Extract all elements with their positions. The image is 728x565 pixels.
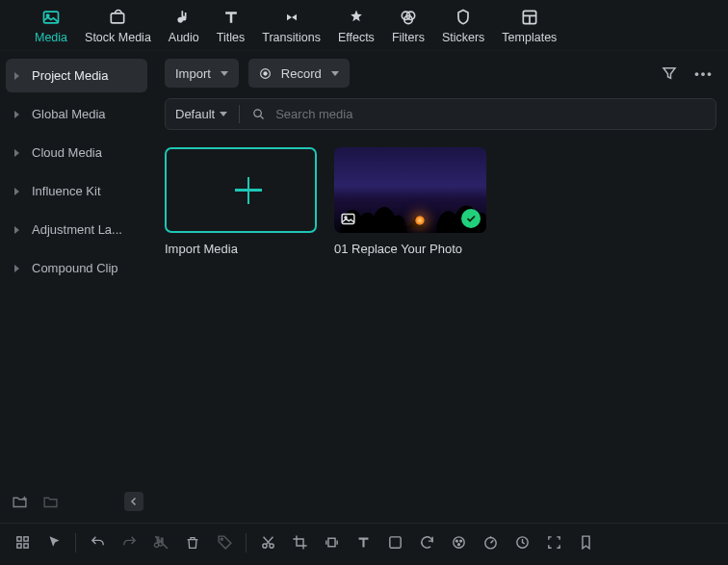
svg-point-9 (254, 110, 262, 117)
color-icon[interactable] (446, 529, 471, 556)
select-tool-icon[interactable] (41, 529, 66, 556)
svg-rect-19 (327, 538, 334, 547)
import-caption: Import Media (165, 242, 317, 256)
bottom-toolbar (0, 523, 728, 561)
sidebar-footer (6, 488, 147, 515)
transitions-icon (282, 8, 301, 27)
media-grid: Import Media 01 Replace Your Photo (165, 130, 716, 256)
svg-point-23 (459, 540, 461, 542)
search-icon (251, 107, 266, 121)
tab-transitions[interactable]: Transitions (262, 8, 321, 44)
content-toolbar: Import Record ••• (165, 59, 716, 88)
media-item-card[interactable]: 01 Replace Your Photo (334, 147, 486, 256)
titles-icon (221, 8, 241, 27)
chevron-down-icon (331, 71, 339, 76)
tab-filters[interactable]: Filters (392, 8, 425, 44)
record-button[interactable]: Record (248, 59, 350, 88)
svg-rect-20 (389, 537, 400, 548)
add-folder-icon[interactable] (10, 492, 29, 511)
svg-rect-10 (342, 215, 354, 224)
more-options-button[interactable]: ••• (691, 61, 716, 86)
tag-icon[interactable] (212, 529, 237, 556)
svg-point-8 (263, 71, 267, 75)
speed-icon[interactable] (478, 529, 503, 556)
svg-point-24 (457, 544, 459, 546)
filter-icon[interactable] (657, 61, 682, 86)
apps-icon[interactable] (10, 529, 35, 556)
templates-icon (520, 8, 539, 27)
cut-icon[interactable] (255, 529, 280, 556)
chevron-right-icon (14, 188, 19, 195)
svg-point-25 (484, 538, 495, 549)
sidebar-item-compound-clip[interactable]: Compound Clip (6, 251, 147, 285)
sidebar-item-global-media[interactable]: Global Media (6, 97, 147, 131)
tab-media[interactable]: Media (35, 8, 67, 44)
chevron-down-icon (221, 71, 228, 76)
audio-icon (174, 8, 194, 27)
import-media-card[interactable]: Import Media (165, 147, 317, 256)
search-bar: Default (165, 98, 716, 130)
tab-templates[interactable]: Templates (502, 8, 557, 44)
tab-titles[interactable]: Titles (217, 8, 245, 44)
undo-icon[interactable] (85, 529, 110, 556)
chevron-right-icon (14, 149, 19, 157)
media-caption: 01 Replace Your Photo (334, 242, 486, 256)
tab-stock-media[interactable]: Stock Media (85, 8, 151, 44)
filters-icon (399, 8, 418, 27)
sidebar: Project Media Global Media Cloud Media I… (0, 51, 153, 523)
delete-icon[interactable] (180, 529, 205, 556)
sidebar-item-project-media[interactable]: Project Media (6, 59, 147, 92)
rotate-icon[interactable] (414, 529, 439, 556)
content-panel: Import Record ••• Default (153, 51, 728, 523)
folder-icon[interactable] (40, 492, 60, 511)
mask-icon[interactable] (382, 529, 407, 556)
chevron-right-icon (14, 265, 19, 272)
keyframe-icon[interactable] (509, 529, 534, 556)
media-icon (41, 8, 61, 27)
cloud-icon (108, 8, 127, 27)
top-tabs: Media Stock Media Audio Titles Transitio… (0, 0, 728, 51)
svg-rect-2 (112, 13, 124, 23)
record-icon (259, 67, 272, 80)
redo-icon[interactable] (117, 529, 142, 556)
svg-rect-13 (23, 537, 27, 541)
sidebar-item-influence-kit[interactable]: Influence Kit (6, 174, 147, 208)
capture-icon[interactable] (541, 529, 566, 556)
collapse-sidebar-button[interactable] (124, 492, 143, 511)
search-input[interactable] (275, 107, 706, 121)
tab-stickers[interactable]: Stickers (442, 8, 484, 44)
svg-point-11 (345, 217, 347, 218)
tab-effects[interactable]: Effects (338, 8, 375, 44)
import-button[interactable]: Import (165, 59, 239, 88)
svg-point-16 (221, 538, 222, 540)
svg-rect-14 (16, 544, 20, 548)
import-thumbnail (165, 147, 317, 233)
chevron-right-icon (14, 111, 19, 118)
marker-icon[interactable] (573, 529, 598, 556)
mute-icon[interactable] (148, 529, 173, 556)
sidebar-item-cloud-media[interactable]: Cloud Media (6, 136, 147, 169)
sidebar-item-adjustment-layer[interactable]: Adjustment La... (6, 213, 147, 246)
chevron-right-icon (14, 72, 19, 80)
check-badge-icon (461, 209, 481, 228)
image-type-icon (340, 211, 356, 227)
effects-icon (347, 8, 366, 27)
divider (239, 105, 240, 123)
svg-rect-15 (23, 544, 27, 548)
chevron-down-icon (220, 112, 227, 116)
divider (75, 533, 76, 552)
media-thumbnail (334, 147, 486, 233)
svg-point-21 (453, 537, 463, 548)
chevron-right-icon (14, 226, 19, 234)
crop-icon[interactable] (287, 529, 312, 556)
trim-icon[interactable] (319, 529, 344, 556)
tab-audio[interactable]: Audio (169, 8, 199, 44)
sort-dropdown[interactable]: Default (175, 107, 227, 121)
divider (246, 533, 247, 552)
text-tool-icon[interactable] (351, 529, 376, 556)
svg-point-22 (455, 540, 457, 542)
svg-rect-12 (16, 537, 20, 541)
stickers-icon (454, 8, 473, 27)
